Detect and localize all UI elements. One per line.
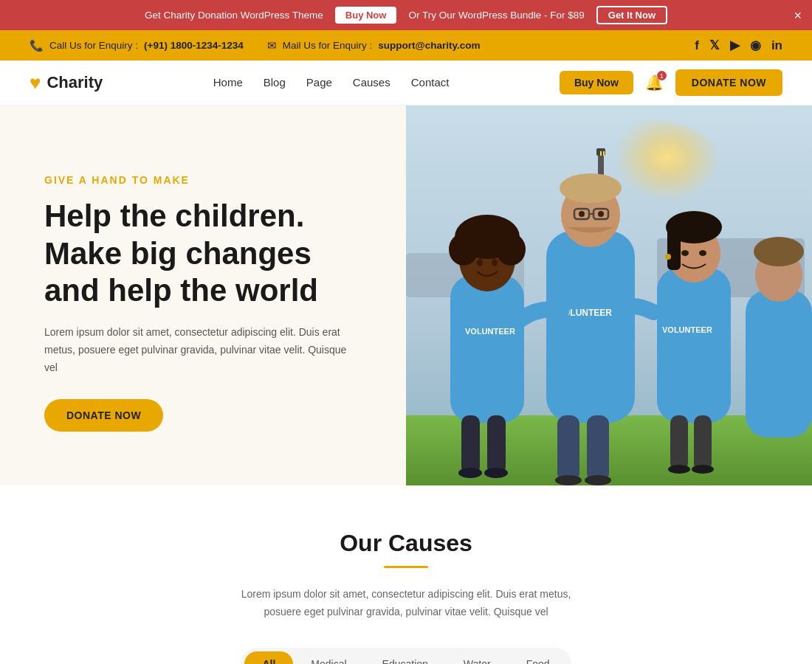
contact-bar: 📞 Call Us for Enquiry : (+91) 1800-1234-… <box>0 30 812 60</box>
filter-water[interactable]: Water <box>446 651 509 664</box>
mail-icon: ✉ <box>267 39 277 52</box>
hero-image-area: VOLUNTEER VOLUNTEER <box>406 106 812 485</box>
hero-description: Lorem ipsum dolor sit amet, consectetur … <box>44 324 354 376</box>
svg-text:VOLUNTEER: VOLUNTEER <box>662 325 712 334</box>
svg-rect-30 <box>557 415 579 482</box>
volunteer-illustration: VOLUNTEER VOLUNTEER <box>406 106 812 485</box>
banner-close-button[interactable]: × <box>794 9 802 22</box>
notification-badge: 1 <box>657 71 667 80</box>
svg-point-32 <box>555 475 582 485</box>
svg-point-44 <box>668 465 690 474</box>
phone-icon: 📞 <box>30 39 44 52</box>
banner-or-text: Or Try Our WordPress Bundle - For $89 <box>408 10 584 21</box>
hero-donate-button[interactable]: DONATE NOW <box>44 399 163 432</box>
svg-point-33 <box>585 475 611 485</box>
svg-point-48 <box>754 237 804 266</box>
svg-rect-34 <box>657 268 731 423</box>
youtube-icon[interactable]: ▶ <box>730 38 740 53</box>
banner-buy-now-button[interactable]: Buy Now <box>335 7 397 24</box>
twitter-icon[interactable]: 𝕏 <box>709 38 720 53</box>
svg-point-13 <box>449 233 478 266</box>
nav-contact[interactable]: Contact <box>411 76 450 89</box>
logo: ♥ Charity <box>30 72 103 94</box>
navbar-buy-now-button[interactable]: Buy Now <box>560 71 633 94</box>
svg-point-24 <box>560 173 622 203</box>
svg-point-16 <box>492 259 498 266</box>
svg-point-15 <box>477 259 483 266</box>
svg-point-20 <box>484 468 508 478</box>
svg-rect-18 <box>487 415 506 474</box>
filter-tabs: All Medical Education Water Food <box>241 648 571 664</box>
title-underline <box>384 566 428 568</box>
nav-links: Home Blog Page Causes Contact <box>213 76 450 89</box>
hero-content: GIVE A HAND TO MAKE Help the children. M… <box>0 106 406 485</box>
svg-rect-5 <box>603 151 605 156</box>
hero-heading: Help the children. Make big changes and … <box>44 198 362 309</box>
hero-section: GIVE A HAND TO MAKE Help the children. M… <box>0 106 812 485</box>
svg-point-28 <box>579 211 585 217</box>
notification-bell[interactable]: 🔔 1 <box>645 74 664 91</box>
svg-point-45 <box>692 465 714 474</box>
nav-right: Buy Now 🔔 1 DONATE NOW <box>560 69 782 96</box>
svg-rect-31 <box>587 415 609 482</box>
email-address: support@charity.com <box>378 40 480 51</box>
logo-text: Charity <box>47 73 103 92</box>
navbar: ♥ Charity Home Blog Page Causes Contact … <box>0 60 812 106</box>
linkedin-icon[interactable]: in <box>771 38 782 53</box>
contact-info: 📞 Call Us for Enquiry : (+91) 1800-1234-… <box>30 39 481 52</box>
nav-home[interactable]: Home <box>213 76 243 89</box>
instagram-icon[interactable]: ◉ <box>750 38 761 53</box>
svg-rect-17 <box>461 415 480 474</box>
facebook-icon[interactable]: f <box>695 38 699 53</box>
svg-rect-9 <box>450 275 524 423</box>
filter-medical[interactable]: Medical <box>293 651 364 664</box>
svg-rect-21 <box>546 231 635 423</box>
heart-icon: ♥ <box>30 72 41 94</box>
svg-rect-43 <box>694 415 712 471</box>
hero-subheading: GIVE A HAND TO MAKE <box>44 174 362 186</box>
causes-title: Our Causes <box>30 530 782 557</box>
nav-causes[interactable]: Causes <box>353 76 390 89</box>
filter-all[interactable]: All <box>244 651 293 664</box>
call-label: Call Us for Enquiry : <box>49 40 138 51</box>
phone-contact: 📞 Call Us for Enquiry : (+91) 1800-1234-… <box>30 39 244 52</box>
svg-point-19 <box>458 468 482 478</box>
svg-point-14 <box>496 233 526 266</box>
navbar-donate-button[interactable]: DONATE NOW <box>675 69 782 96</box>
causes-description: Lorem ipsum dolor sit amet, consectetur … <box>221 586 591 621</box>
nav-blog[interactable]: Blog <box>264 76 286 89</box>
svg-rect-38 <box>667 226 681 270</box>
svg-point-41 <box>665 254 671 260</box>
phone-number: (+91) 1800-1234-1234 <box>144 40 244 51</box>
mail-label: Mail Us for Enquiry : <box>283 40 373 51</box>
svg-text:VOLUNTEER: VOLUNTEER <box>465 327 515 336</box>
svg-point-39 <box>681 250 689 256</box>
social-icons: f 𝕏 ▶ ◉ in <box>695 38 782 53</box>
svg-rect-42 <box>670 415 688 471</box>
causes-section: Our Causes Lorem ipsum dolor sit amet, c… <box>0 485 812 664</box>
banner-text: Get Charity Donation WordPress Theme <box>145 10 323 21</box>
top-banner: Get Charity Donation WordPress Theme Buy… <box>0 0 812 30</box>
banner-get-it-button[interactable]: Get It Now <box>596 6 667 24</box>
nav-page[interactable]: Page <box>306 76 332 89</box>
svg-point-40 <box>699 250 706 256</box>
svg-rect-4 <box>600 151 602 156</box>
svg-rect-46 <box>746 290 812 438</box>
filter-education[interactable]: Education <box>365 651 446 664</box>
filter-food[interactable]: Food <box>509 651 568 664</box>
svg-point-29 <box>598 211 604 217</box>
email-contact: ✉ Mail Us for Enquiry : support@charity.… <box>267 39 481 52</box>
